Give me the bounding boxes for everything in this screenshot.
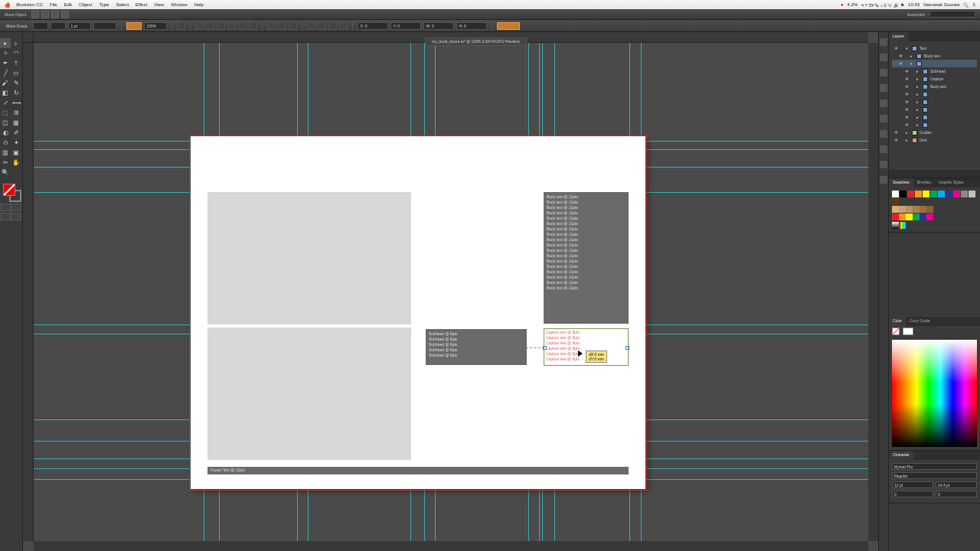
swatch[interactable] — [946, 191, 952, 197]
menu-edit[interactable]: Edit — [64, 2, 72, 7]
transform-y[interactable]: Y: 0 — [390, 22, 421, 30]
pf-minus-icon[interactable] — [318, 21, 326, 30]
selection-tool[interactable]: ▸ — [0, 38, 11, 48]
fill-swatch[interactable] — [3, 184, 15, 196]
help-search-input[interactable] — [929, 11, 975, 18]
footer-text-block[interactable]: Footer Text @ 11pts — [207, 467, 629, 474]
mesh-tool[interactable]: ▦ — [11, 118, 21, 128]
swatch[interactable] — [915, 191, 922, 197]
align-l-icon[interactable] — [195, 21, 204, 30]
select-similar[interactable] — [497, 22, 520, 30]
dock-icon[interactable] — [880, 69, 887, 77]
layer-row[interactable]: 👁▸Body text — [892, 83, 977, 90]
dock-icon[interactable] — [880, 38, 887, 46]
layer-row[interactable]: 👁▾ — [892, 60, 977, 67]
tab-graphic-styles[interactable]: Graphic Styles — [935, 178, 968, 187]
subhead-text-block[interactable]: Subhead @ 9ptsSubhead @ 9ptsSubhead @ 9p… — [426, 329, 527, 365]
paintbrush-tool[interactable]: 🖌 — [0, 78, 11, 88]
ruler-origin[interactable] — [23, 32, 34, 43]
layer-row[interactable]: 👁▸ — [892, 98, 977, 106]
graph-tool[interactable]: ▥ — [0, 148, 11, 158]
opacity-dd[interactable]: 100% — [144, 22, 167, 30]
dock-icon[interactable] — [880, 115, 887, 122]
document-tab[interactable]: my_book_layout.ai* @ 133% (CMYK/GPU Prev… — [425, 37, 527, 46]
tab-color[interactable]: Color — [889, 317, 906, 326]
image-placeholder[interactable] — [207, 328, 411, 460]
eyedropper-tool[interactable]: ✐ — [11, 128, 21, 138]
dock-icon[interactable] — [880, 145, 887, 153]
swatch[interactable] — [961, 191, 968, 197]
dock-icon[interactable] — [880, 99, 887, 107]
fill-dd[interactable] — [33, 22, 48, 30]
pencil-tool[interactable]: ✎ — [11, 78, 21, 88]
tracking[interactable]: 0 — [936, 491, 977, 497]
doc-open-icon[interactable] — [41, 11, 49, 18]
swatch[interactable] — [923, 191, 929, 197]
transform-x[interactable]: X: 0 — [358, 22, 388, 30]
layer-row[interactable]: 👁▸ — [892, 106, 977, 113]
swatch[interactable] — [892, 191, 899, 197]
tab-character[interactable]: Character — [889, 451, 913, 460]
transform-h[interactable]: H: 0 — [456, 22, 487, 30]
pf-unite-icon[interactable] — [307, 21, 315, 30]
artboard[interactable]: Body text @ 11ptsBody text @ 11ptsBody t… — [191, 136, 645, 489]
none-swatch[interactable] — [892, 328, 900, 335]
rotate-tool[interactable]: ↻ — [11, 88, 21, 98]
doc-new-icon[interactable] — [31, 11, 39, 18]
menu-window[interactable]: Window — [171, 2, 187, 7]
symbol-sprayer-tool[interactable]: ✦ — [11, 138, 21, 148]
transform-w[interactable]: W: 0 — [423, 22, 454, 30]
magic-wand-tool[interactable]: ✧ — [0, 48, 11, 58]
layer-row[interactable]: 👁▸ — [892, 121, 977, 129]
perspective-tool[interactable]: ◫ — [0, 118, 11, 128]
shape-builder-tool[interactable]: ⊞ — [11, 108, 21, 118]
lasso-tool[interactable]: ◠ — [11, 48, 21, 58]
menu-effect[interactable]: Effect — [136, 2, 147, 7]
bridge-icon[interactable] — [51, 11, 59, 18]
swatch[interactable] — [953, 191, 960, 197]
screen-mode[interactable] — [0, 213, 11, 220]
font-style[interactable]: Regular — [892, 472, 977, 479]
search-icon[interactable]: 🔍 — [963, 2, 969, 8]
menu-file[interactable]: File — [50, 2, 57, 7]
arrange-icon[interactable] — [61, 11, 69, 18]
stroke-style[interactable] — [93, 22, 116, 30]
swatch[interactable] — [907, 191, 914, 197]
swatch[interactable] — [938, 191, 945, 197]
slice-tool[interactable]: ✂ — [0, 158, 11, 168]
stroke-dd[interactable] — [51, 22, 66, 30]
layer-row[interactable]: 👁▸Guides — [892, 129, 977, 136]
leading[interactable]: 14.4 pt — [936, 481, 977, 488]
rectangle-tool[interactable]: ▭ — [11, 68, 21, 78]
brush-dd[interactable] — [126, 22, 142, 30]
scrollbar-vertical[interactable] — [868, 43, 878, 541]
fill-stroke-control[interactable] — [0, 182, 22, 202]
menu-select[interactable]: Select — [116, 2, 129, 7]
align-b-icon[interactable] — [249, 21, 257, 30]
direct-select-tool[interactable]: ▹ — [11, 38, 21, 48]
recolor-icon[interactable] — [177, 21, 185, 30]
align-r-icon[interactable] — [217, 21, 225, 30]
app-name[interactable]: Illustrator CC — [16, 2, 43, 7]
color-current[interactable] — [903, 328, 913, 335]
swatch[interactable] — [969, 191, 975, 197]
hand-tool[interactable]: ✋ — [11, 158, 21, 168]
swatch[interactable] — [930, 191, 937, 197]
tab-layers[interactable]: Layers — [889, 32, 908, 41]
width-tool[interactable]: ⟷ — [11, 98, 21, 108]
dist-v-icon[interactable] — [278, 21, 286, 30]
layer-row[interactable]: 👁▸Subhead — [892, 67, 977, 75]
dist-h-icon[interactable] — [267, 21, 276, 30]
kerning[interactable]: 0 — [892, 491, 933, 497]
layer-row[interactable]: 👁▾Text — [892, 44, 977, 52]
tab-brushes[interactable]: Brushes — [913, 178, 935, 187]
layer-row[interactable]: 👁▸ — [892, 113, 977, 121]
font-family[interactable]: Myriad Pro — [892, 463, 977, 470]
swatch[interactable] — [900, 191, 906, 197]
scrollbar-horizontal[interactable] — [34, 541, 868, 551]
gradient-tool[interactable]: ◐ — [0, 128, 11, 138]
tab-color-guide[interactable]: Color Guide — [906, 317, 934, 326]
menu-icon[interactable]: ≡ — [972, 2, 975, 7]
dock-icon[interactable] — [880, 84, 887, 92]
font-size[interactable]: 12 pt — [892, 481, 933, 488]
